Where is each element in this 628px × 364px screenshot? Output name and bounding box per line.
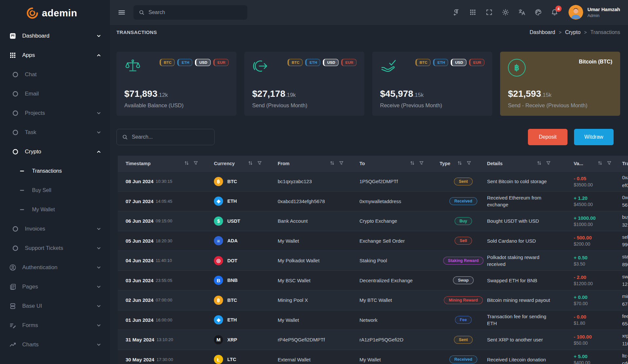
sidebar-item-charts[interactable]: Charts [0,335,110,354]
filter-icon[interactable] [466,161,471,166]
chevron-down-icon [96,303,101,309]
grid-apps-icon[interactable] [469,9,477,16]
details-cell: Polkadot staking reward received [487,254,574,268]
currency-chip-usd[interactable]: USD [195,59,210,66]
sidebar-item-support-tickets[interactable]: Support Tickets [0,238,110,258]
sort-icon[interactable] [598,161,602,166]
column-header-timestamp[interactable]: Timestamp [118,161,214,166]
eth-coin-icon: ◆ [214,315,223,324]
currency-chip-usd[interactable]: USD [323,59,338,66]
deposit-button[interactable]: Deposit [528,129,567,145]
sidebar-item-pages[interactable]: Pages [0,277,110,296]
notification-count-badge: 4 [555,6,562,12]
value-cell: - 0.05 $3500.00 [574,176,616,187]
column-header-from[interactable]: From [278,161,359,166]
sidebar-item-task[interactable]: Task [0,123,110,142]
column-header-to[interactable]: To [359,161,440,166]
filter-icon[interactable] [419,161,424,166]
sidebar-item-base-ui[interactable]: Base UI [0,296,110,316]
sidebar-item-authentication[interactable]: Authentication [0,258,110,277]
usd-value: $3500.00 [574,182,593,187]
currency-chip-eur[interactable]: EUR [341,59,357,66]
currency-chip-btc[interactable]: BTC [288,59,303,66]
header-controls [537,161,551,166]
column-header-type[interactable]: Type [440,161,487,166]
sort-icon[interactable] [410,161,415,166]
currency-chip-btc[interactable]: BTC [415,59,431,66]
filter-icon[interactable] [193,161,198,166]
filter-icon[interactable] [607,161,612,166]
currency-chip-btc[interactable]: BTC [160,59,175,66]
currency-chip-eur[interactable]: EUR [213,59,229,66]
transaction-id-cell: fee654 [616,313,628,328]
translate-icon[interactable] [518,9,526,16]
fullscreen-icon[interactable] [485,9,493,16]
sidebar-item-apps[interactable]: Apps [0,45,110,65]
value-cell: + 0.50 $3.50 [574,255,616,267]
sort-icon[interactable] [330,161,335,166]
topbar-icon-group [453,9,542,16]
sidebar-item-transactions[interactable]: Transactions [0,161,110,181]
sidebar-item-buy-sell[interactable]: Buy Sell [0,181,110,200]
sort-icon[interactable] [248,161,253,166]
breadcrumb-crypto[interactable]: Crypto [565,29,581,35]
timestamp-cell: 31 May 2024 13:10:20 [118,337,214,342]
brand-logo[interactable]: ademin [0,0,110,26]
currency-chip-eur[interactable]: EUR [469,59,484,66]
type-cell: Swap [440,276,487,284]
search-icon [122,134,128,140]
currency-chip-eth[interactable]: ETH [433,59,448,66]
from-cell: External Wallet [278,357,359,362]
transaction-row: 08 Jun 2024 10:30:15 ฿ BTC bc1qxyzabc123… [118,171,628,191]
column-header-currency[interactable]: Currency [214,161,278,166]
sidebar-item-dashboard[interactable]: Dashboard [0,26,110,45]
timestamp-cell: 08 Jun 2024 10:30:15 [118,179,214,184]
theme-palette-icon[interactable] [534,9,542,16]
sidebar-item-chat[interactable]: Chat [0,65,110,84]
currency-chip-eth[interactable]: ETH [305,59,320,66]
filter-icon[interactable] [546,161,551,166]
column-header-details[interactable]: Details [487,161,574,166]
xrp-coin-icon: M [214,335,223,344]
filter-icon[interactable] [339,161,344,166]
sidebar-item-invoices[interactable]: Invoices [0,219,110,238]
sidebar-item-forms[interactable]: Forms [0,316,110,335]
timestamp-cell: 03 Jun 2024 23:55:05 [118,278,214,283]
sidebar-item-label: Dashboard [22,33,49,39]
card-label: Send - Receive (Previous Month) [508,102,612,109]
filter-icon[interactable] [257,161,262,166]
topbar: 4 Umar Hamzah Admin [110,0,628,25]
sidebar-item-crypto[interactable]: Crypto [0,142,110,161]
breadcrumb-dashboard[interactable]: Dashboard [530,29,555,35]
usd-value: $1.80 [574,321,586,326]
sort-icon[interactable] [184,161,189,166]
sidebar-item-my-wallet[interactable]: My Wallet [0,200,110,219]
column-header-tra[interactable]: Tra [616,161,628,166]
menu-toggle-icon[interactable] [118,9,126,16]
column-header-va[interactable]: Va... [574,161,616,166]
timestamp-cell: 07 Jun 2024 14:05:45 [118,199,214,204]
sidebar-item-email[interactable]: Email [0,84,110,103]
card-label: Available Balance (USD) [124,102,229,109]
sort-icon[interactable] [457,161,462,166]
value-cell: - 100.00 $50.00 [574,334,616,346]
currency-chip-eth[interactable]: ETH [177,59,192,66]
rtl-toggle-icon[interactable] [453,9,460,16]
type-badge: Sent [454,336,473,344]
sidebar-item-label: Invoices [25,226,45,232]
withdraw-button[interactable]: Witdraw [574,129,614,145]
sort-icon[interactable] [537,161,542,166]
user-menu[interactable]: Umar Hamzah Admin [568,5,620,20]
light-mode-icon[interactable] [502,9,509,16]
table-search[interactable] [116,129,215,145]
currency-chip-usd[interactable]: USD [451,59,466,66]
global-search-input[interactable] [148,9,242,15]
topbar-actions: 4 Umar Hamzah Admin [453,5,620,20]
amount: + 1.20 [574,195,593,201]
sidebar-item-projects[interactable]: Projects [0,103,110,123]
sidebar-item-label: Buy Sell [32,187,51,193]
notifications-bell-icon[interactable]: 4 [551,9,558,16]
table-search-input[interactable] [132,134,209,140]
global-search[interactable] [133,5,247,20]
type-badge: Mining Reward [444,296,483,304]
